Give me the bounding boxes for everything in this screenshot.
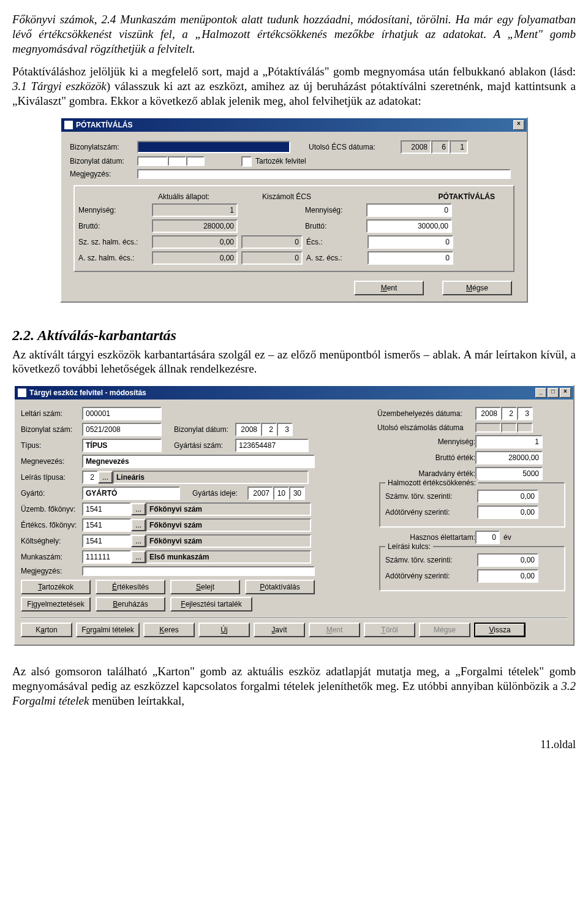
- bizdatum-m[interactable]: [168, 156, 186, 166]
- tartozek-button[interactable]: Tartozékok: [21, 580, 91, 594]
- app-icon: [17, 388, 27, 398]
- maradv-input[interactable]: 5000: [475, 467, 543, 480]
- kulcs-ado-input[interactable]: 0,00: [477, 569, 538, 583]
- bizdat-m[interactable]: 2: [261, 423, 277, 436]
- label-uzdat: Üzembehelyezés dátuma:: [377, 409, 475, 418]
- ment-button-2[interactable]: Ment: [309, 623, 360, 637]
- bizdat-d[interactable]: 3: [277, 423, 293, 436]
- ertekesites-button[interactable]: Értékesítés: [96, 580, 165, 594]
- kulcs-szamv-input[interactable]: 0,00: [477, 553, 538, 567]
- bizdat-y[interactable]: 2008: [235, 423, 261, 436]
- szamv-input[interactable]: 0,00: [477, 490, 538, 503]
- koltseg-lookup-button[interactable]: ...: [131, 535, 146, 547]
- szhalm-aktualis: 0,00: [152, 235, 238, 249]
- ertekcs-num[interactable]: 1541: [82, 518, 131, 532]
- window-title: PÓTAKTÍVÁLÁS: [76, 121, 132, 129]
- torol-button[interactable]: Töröl: [364, 623, 415, 637]
- title-bar: PÓTAKTÍVÁLÁS ×: [61, 118, 527, 132]
- ado-input[interactable]: 0,00: [477, 506, 538, 519]
- window-targyi-eszkoz: Tárgyi eszköz felvitel - módosítás _ □ ×…: [13, 385, 575, 646]
- koltseg-num[interactable]: 1541: [82, 534, 131, 548]
- close-icon[interactable]: ×: [513, 120, 524, 130]
- javit-button[interactable]: Javít: [254, 623, 305, 637]
- bizsz-input[interactable]: 0521/2008: [82, 423, 162, 436]
- gyart-m[interactable]: 10: [273, 487, 289, 500]
- ertekcs-lookup-button[interactable]: ...: [131, 519, 146, 531]
- label-ado: Adótörvény szerinti:: [385, 508, 477, 517]
- aecs-pot[interactable]: 0: [368, 251, 453, 265]
- munka-lookup-button[interactable]: ...: [131, 551, 146, 563]
- fejlesztesi-button[interactable]: Fejlesztési tartalék: [170, 597, 252, 612]
- label-utolels: Utolsó elszámolás dátuma: [377, 423, 475, 432]
- date-month[interactable]: 6: [431, 140, 450, 154]
- tartozek-checkbox[interactable]: [241, 156, 252, 167]
- bizdatum-d[interactable]: [186, 156, 205, 166]
- label-gyartid: Gyártás ideje:: [192, 489, 247, 498]
- megjegyzes-input[interactable]: [137, 169, 511, 179]
- uzdat-d[interactable]: 3: [517, 407, 533, 420]
- para-1: Főkönyvi számok, 2.4 Munkaszám menüponto…: [12, 12, 576, 56]
- label-potaktivalas: PÓTAKTÍVÁLÁS: [366, 192, 495, 201]
- bizonylatszam-input[interactable]: [137, 141, 290, 153]
- karton-button[interactable]: Karton: [21, 623, 72, 637]
- close-icon[interactable]: ×: [560, 388, 571, 398]
- ecs-pot[interactable]: 0: [368, 235, 453, 249]
- label-brutto-2: Bruttó:: [305, 222, 366, 230]
- label-menny: Mennyiség:: [377, 437, 475, 446]
- label-kiszamolt: Kiszámolt ÉCS: [262, 192, 366, 201]
- megse-button[interactable]: Mégse: [442, 281, 512, 295]
- tipus-input[interactable]: TÍPUS: [82, 439, 162, 452]
- uzdat-m[interactable]: 2: [501, 407, 517, 420]
- group-title-kulcs: Leírási kulcs:: [385, 542, 433, 551]
- gyart-d[interactable]: 30: [289, 487, 305, 500]
- uzemb-lookup-button[interactable]: ...: [131, 503, 146, 515]
- label-kulcs-ado: Adótörvény szerinti:: [385, 572, 477, 580]
- uzemb-text: Főkönyvi szám: [146, 502, 311, 516]
- label-ahalm: A. sz. halm. écs.:: [78, 254, 152, 262]
- gyartsz-input[interactable]: 123654487: [235, 439, 309, 452]
- potaktivalas-button[interactable]: Pótaktíválás: [245, 580, 315, 594]
- maximize-icon[interactable]: □: [548, 388, 559, 398]
- uj-button[interactable]: Új: [198, 623, 250, 637]
- label-tartozek: Tartozék felvitel: [255, 157, 306, 165]
- label-utolso-ecs: Utolsó ÉCS dátuma:: [309, 143, 401, 151]
- gyarto-input[interactable]: GYÁRTÓ: [82, 487, 180, 500]
- leltari-input[interactable]: 000001: [82, 407, 162, 420]
- label-szamv: Számv. törv. szerinti:: [385, 492, 477, 501]
- szhalm-kiszamolt: 0: [241, 235, 303, 249]
- brutto-aktualis: 28000,00: [152, 219, 238, 233]
- leiras-lookup-button[interactable]: ...: [98, 471, 113, 483]
- label-munka: Munkaszám:: [21, 553, 82, 561]
- beruhazas-button[interactable]: Beruházás: [96, 597, 165, 612]
- bizdatum-y[interactable]: [137, 156, 168, 166]
- megse-button-2[interactable]: Mégse: [419, 623, 470, 637]
- ment-button[interactable]: Ment: [354, 281, 424, 295]
- munka-num[interactable]: 111111: [82, 550, 131, 564]
- selejt-button[interactable]: Selejt: [170, 580, 240, 594]
- group-halmozott: Halmozott értékcsökkenés: Számv. törv. s…: [380, 483, 565, 527]
- label-brutto: Bruttó érték:: [377, 453, 475, 462]
- vissza-button[interactable]: Vissza: [474, 623, 526, 637]
- figyelmeztetesek-button[interactable]: Figyelmeztetések: [21, 597, 91, 612]
- brutto-pot[interactable]: 30000,00: [366, 219, 452, 233]
- label-koltseg: Költséghely:: [21, 537, 82, 545]
- forgalmi-button[interactable]: Forgalmi tételek: [76, 623, 140, 637]
- haszn-input[interactable]: 0: [475, 531, 500, 544]
- uzemb-num[interactable]: 1541: [82, 502, 131, 516]
- megj-input[interactable]: [82, 566, 315, 576]
- menny-pot[interactable]: 0: [366, 203, 452, 217]
- label-bizdat: Bizonylat dátum:: [174, 425, 235, 434]
- minimize-icon[interactable]: _: [535, 388, 546, 398]
- megnev-input[interactable]: Megnevezés: [82, 455, 315, 468]
- leiras-n[interactable]: 2: [82, 471, 98, 484]
- keres-button[interactable]: Keres: [143, 623, 195, 637]
- gyart-y[interactable]: 2007: [247, 487, 273, 500]
- date-day[interactable]: 1: [450, 140, 468, 154]
- date-year[interactable]: 2008: [401, 140, 431, 154]
- label-gyartsz: Gyártási szám:: [174, 441, 235, 450]
- brutto-input[interactable]: 28000,00: [475, 451, 543, 464]
- label-megjegyzes: Megjegyzés:: [70, 170, 137, 178]
- uzdat-y[interactable]: 2008: [475, 407, 501, 420]
- menny-input[interactable]: 1: [475, 435, 543, 449]
- label-bizsz: Bizonylat szám:: [21, 425, 82, 434]
